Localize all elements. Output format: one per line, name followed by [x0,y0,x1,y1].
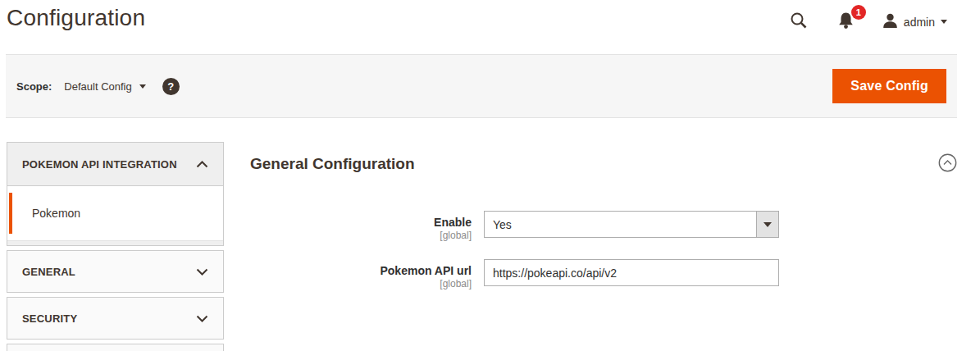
config-form-panel: General Configuration Enable [global] Ye… [224,142,957,289]
form-section-head: General Configuration [250,153,957,175]
user-icon [882,13,898,31]
caret-down-icon [763,222,772,227]
sidebar-item-pokemon[interactable]: Pokemon [7,186,223,240]
scope-switcher[interactable]: Default Config [64,80,145,93]
pokemon-api-url-input[interactable] [484,259,779,286]
field-label-text: Pokemon API url [250,264,472,277]
chevron-up-icon [196,158,208,171]
chevron-down-icon [196,312,208,325]
enable-select[interactable]: Yes [484,211,779,238]
search-icon [790,11,808,32]
select-arrow-button[interactable] [756,212,778,237]
caret-down-icon [139,84,146,89]
circle-chevron-up-icon [938,153,957,175]
config-nav-sidebar: POKEMON API INTEGRATION Pokemon GENERAL [7,142,224,351]
help-icon[interactable]: ? [162,78,180,95]
sidebar-section-security: SECURITY [7,297,224,340]
active-item-indicator [9,193,12,234]
scope-bar: Scope: Default Config ? Save Config [6,54,957,118]
scope-switcher-area: Scope: Default Config ? [16,78,180,95]
enable-select-value: Yes [493,218,512,231]
page-header: Configuration 1 [0,0,980,54]
field-control-enable: Yes [484,211,779,241]
content-area: POKEMON API INTEGRATION Pokemon GENERAL [7,142,957,351]
scope-label: Scope: [16,80,52,93]
chevron-down-icon [941,20,947,24]
sidebar-section-title-general[interactable]: GENERAL [7,251,223,292]
sidebar-section-general: GENERAL [7,250,224,293]
scope-value: Default Config [64,80,131,93]
chevron-down-icon [196,266,208,278]
sidebar-section-title-pokemon-api-integration[interactable]: POKEMON API INTEGRATION [7,143,223,186]
page-title: Configuration [7,5,145,31]
header-actions: 1 admin [788,10,947,34]
admin-username: admin [904,16,935,29]
field-label-text: Enable [250,216,472,229]
save-config-button[interactable]: Save Config [832,69,946,103]
sidebar-section-pokemon-api-integration: POKEMON API INTEGRATION Pokemon [7,142,224,246]
form-section-title: General Configuration [250,155,415,173]
field-control-pokemon-api-url [484,259,779,289]
field-row-enable: Enable [global] Yes [250,211,957,241]
field-label-enable: Enable [global] [250,211,472,241]
sidebar-section-label: SECURITY [22,312,77,325]
sidebar-item-label: Pokemon [32,207,80,220]
section-collapse-button[interactable] [938,153,957,175]
sidebar-section-items: Pokemon [7,186,223,240]
notifications-button[interactable]: 1 [836,10,856,34]
field-scope-note: [global] [250,278,472,289]
sidebar-section-label: POKEMON API INTEGRATION [22,158,177,171]
field-scope-note: [global] [250,230,472,241]
sidebar-section-footer [7,240,223,245]
admin-menu-button[interactable]: admin [882,13,947,31]
sidebar-section-title-security[interactable]: SECURITY [7,298,223,339]
search-button[interactable] [788,10,809,34]
sidebar-section-partial[interactable] [7,344,224,351]
field-row-pokemon-api-url: Pokemon API url [global] [250,259,957,289]
sidebar-section-label: GENERAL [22,266,75,278]
field-label-pokemon-api-url: Pokemon API url [global] [250,259,472,289]
notification-count-badge: 1 [851,5,866,20]
